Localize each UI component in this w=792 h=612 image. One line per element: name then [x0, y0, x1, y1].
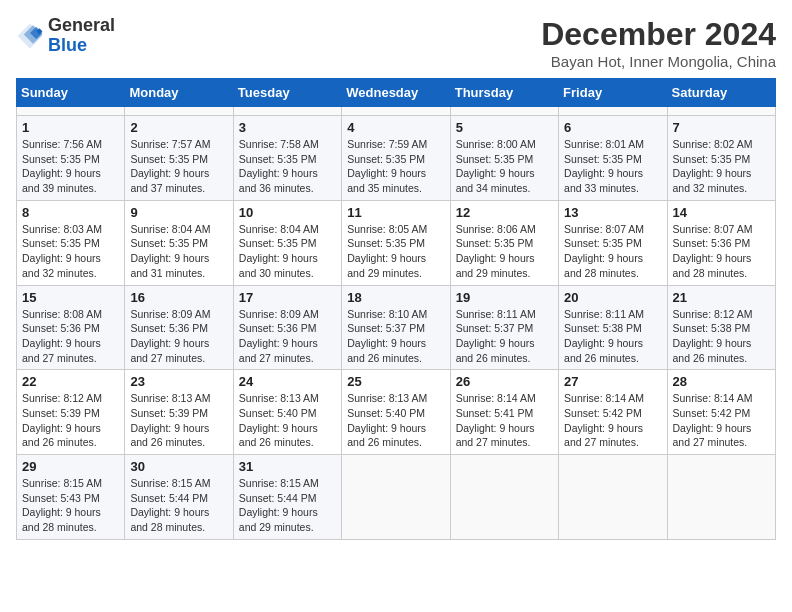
- table-row: 1Sunrise: 7:56 AMSunset: 5:35 PMDaylight…: [17, 116, 125, 201]
- day-info: Sunrise: 8:13 AMSunset: 5:40 PMDaylight:…: [239, 391, 336, 450]
- logo-text: General Blue: [48, 16, 115, 56]
- day-number: 2: [130, 120, 227, 135]
- table-row: 22Sunrise: 8:12 AMSunset: 5:39 PMDayligh…: [17, 370, 125, 455]
- calendar-table: Sunday Monday Tuesday Wednesday Thursday…: [16, 78, 776, 540]
- day-number: 17: [239, 290, 336, 305]
- day-info: Sunrise: 8:04 AMSunset: 5:35 PMDaylight:…: [130, 222, 227, 281]
- table-row: 5Sunrise: 8:00 AMSunset: 5:35 PMDaylight…: [450, 116, 558, 201]
- day-info: Sunrise: 8:04 AMSunset: 5:35 PMDaylight:…: [239, 222, 336, 281]
- day-info: Sunrise: 8:02 AMSunset: 5:35 PMDaylight:…: [673, 137, 770, 196]
- header-saturday: Saturday: [667, 79, 775, 107]
- day-info: Sunrise: 8:15 AMSunset: 5:44 PMDaylight:…: [130, 476, 227, 535]
- calendar-week-row: 29Sunrise: 8:15 AMSunset: 5:43 PMDayligh…: [17, 455, 776, 540]
- day-number: 5: [456, 120, 553, 135]
- table-row: 4Sunrise: 7:59 AMSunset: 5:35 PMDaylight…: [342, 116, 450, 201]
- day-info: Sunrise: 8:07 AMSunset: 5:35 PMDaylight:…: [564, 222, 661, 281]
- table-row: 10Sunrise: 8:04 AMSunset: 5:35 PMDayligh…: [233, 200, 341, 285]
- day-info: Sunrise: 8:01 AMSunset: 5:35 PMDaylight:…: [564, 137, 661, 196]
- day-info: Sunrise: 8:05 AMSunset: 5:35 PMDaylight:…: [347, 222, 444, 281]
- day-info: Sunrise: 8:06 AMSunset: 5:35 PMDaylight:…: [456, 222, 553, 281]
- table-row: 19Sunrise: 8:11 AMSunset: 5:37 PMDayligh…: [450, 285, 558, 370]
- header-friday: Friday: [559, 79, 667, 107]
- logo-general: General: [48, 15, 115, 35]
- day-number: 26: [456, 374, 553, 389]
- table-row: 27Sunrise: 8:14 AMSunset: 5:42 PMDayligh…: [559, 370, 667, 455]
- calendar-header-row: Sunday Monday Tuesday Wednesday Thursday…: [17, 79, 776, 107]
- day-number: 10: [239, 205, 336, 220]
- header-monday: Monday: [125, 79, 233, 107]
- day-info: Sunrise: 8:08 AMSunset: 5:36 PMDaylight:…: [22, 307, 119, 366]
- page-header: General Blue December 2024 Bayan Hot, In…: [16, 16, 776, 70]
- day-number: 15: [22, 290, 119, 305]
- table-row: [342, 455, 450, 540]
- table-row: [667, 107, 775, 116]
- day-info: Sunrise: 8:09 AMSunset: 5:36 PMDaylight:…: [130, 307, 227, 366]
- day-number: 11: [347, 205, 444, 220]
- table-row: 30Sunrise: 8:15 AMSunset: 5:44 PMDayligh…: [125, 455, 233, 540]
- day-info: Sunrise: 7:58 AMSunset: 5:35 PMDaylight:…: [239, 137, 336, 196]
- day-info: Sunrise: 8:14 AMSunset: 5:42 PMDaylight:…: [673, 391, 770, 450]
- table-row: 16Sunrise: 8:09 AMSunset: 5:36 PMDayligh…: [125, 285, 233, 370]
- table-row: 23Sunrise: 8:13 AMSunset: 5:39 PMDayligh…: [125, 370, 233, 455]
- day-number: 28: [673, 374, 770, 389]
- day-number: 9: [130, 205, 227, 220]
- logo: General Blue: [16, 16, 115, 56]
- day-number: 13: [564, 205, 661, 220]
- day-number: 3: [239, 120, 336, 135]
- day-number: 16: [130, 290, 227, 305]
- table-row: 15Sunrise: 8:08 AMSunset: 5:36 PMDayligh…: [17, 285, 125, 370]
- month-title: December 2024: [541, 16, 776, 53]
- table-row: [233, 107, 341, 116]
- day-info: Sunrise: 8:13 AMSunset: 5:39 PMDaylight:…: [130, 391, 227, 450]
- calendar-week-row: 8Sunrise: 8:03 AMSunset: 5:35 PMDaylight…: [17, 200, 776, 285]
- day-info: Sunrise: 7:57 AMSunset: 5:35 PMDaylight:…: [130, 137, 227, 196]
- table-row: [559, 455, 667, 540]
- day-number: 22: [22, 374, 119, 389]
- location-title: Bayan Hot, Inner Mongolia, China: [541, 53, 776, 70]
- table-row: 2Sunrise: 7:57 AMSunset: 5:35 PMDaylight…: [125, 116, 233, 201]
- table-row: 6Sunrise: 8:01 AMSunset: 5:35 PMDaylight…: [559, 116, 667, 201]
- header-thursday: Thursday: [450, 79, 558, 107]
- day-number: 7: [673, 120, 770, 135]
- table-row: [342, 107, 450, 116]
- day-info: Sunrise: 8:11 AMSunset: 5:38 PMDaylight:…: [564, 307, 661, 366]
- day-info: Sunrise: 8:03 AMSunset: 5:35 PMDaylight:…: [22, 222, 119, 281]
- day-number: 27: [564, 374, 661, 389]
- day-number: 30: [130, 459, 227, 474]
- table-row: [450, 107, 558, 116]
- table-row: 11Sunrise: 8:05 AMSunset: 5:35 PMDayligh…: [342, 200, 450, 285]
- day-number: 21: [673, 290, 770, 305]
- day-number: 24: [239, 374, 336, 389]
- logo-blue: Blue: [48, 35, 87, 55]
- day-info: Sunrise: 7:59 AMSunset: 5:35 PMDaylight:…: [347, 137, 444, 196]
- header-wednesday: Wednesday: [342, 79, 450, 107]
- day-info: Sunrise: 8:07 AMSunset: 5:36 PMDaylight:…: [673, 222, 770, 281]
- day-number: 25: [347, 374, 444, 389]
- day-number: 8: [22, 205, 119, 220]
- day-info: Sunrise: 8:15 AMSunset: 5:43 PMDaylight:…: [22, 476, 119, 535]
- table-row: 31Sunrise: 8:15 AMSunset: 5:44 PMDayligh…: [233, 455, 341, 540]
- day-number: 29: [22, 459, 119, 474]
- table-row: 21Sunrise: 8:12 AMSunset: 5:38 PMDayligh…: [667, 285, 775, 370]
- table-row: 14Sunrise: 8:07 AMSunset: 5:36 PMDayligh…: [667, 200, 775, 285]
- table-row: 17Sunrise: 8:09 AMSunset: 5:36 PMDayligh…: [233, 285, 341, 370]
- table-row: 8Sunrise: 8:03 AMSunset: 5:35 PMDaylight…: [17, 200, 125, 285]
- day-info: Sunrise: 8:11 AMSunset: 5:37 PMDaylight:…: [456, 307, 553, 366]
- calendar-week-row: 15Sunrise: 8:08 AMSunset: 5:36 PMDayligh…: [17, 285, 776, 370]
- day-info: Sunrise: 8:00 AMSunset: 5:35 PMDaylight:…: [456, 137, 553, 196]
- table-row: [17, 107, 125, 116]
- day-info: Sunrise: 8:13 AMSunset: 5:40 PMDaylight:…: [347, 391, 444, 450]
- table-row: 13Sunrise: 8:07 AMSunset: 5:35 PMDayligh…: [559, 200, 667, 285]
- table-row: [667, 455, 775, 540]
- day-info: Sunrise: 8:10 AMSunset: 5:37 PMDaylight:…: [347, 307, 444, 366]
- table-row: [125, 107, 233, 116]
- table-row: 26Sunrise: 8:14 AMSunset: 5:41 PMDayligh…: [450, 370, 558, 455]
- table-row: 7Sunrise: 8:02 AMSunset: 5:35 PMDaylight…: [667, 116, 775, 201]
- title-area: December 2024 Bayan Hot, Inner Mongolia,…: [541, 16, 776, 70]
- header-tuesday: Tuesday: [233, 79, 341, 107]
- calendar-week-row: 1Sunrise: 7:56 AMSunset: 5:35 PMDaylight…: [17, 116, 776, 201]
- day-number: 31: [239, 459, 336, 474]
- day-info: Sunrise: 8:09 AMSunset: 5:36 PMDaylight:…: [239, 307, 336, 366]
- day-info: Sunrise: 8:12 AMSunset: 5:38 PMDaylight:…: [673, 307, 770, 366]
- table-row: 24Sunrise: 8:13 AMSunset: 5:40 PMDayligh…: [233, 370, 341, 455]
